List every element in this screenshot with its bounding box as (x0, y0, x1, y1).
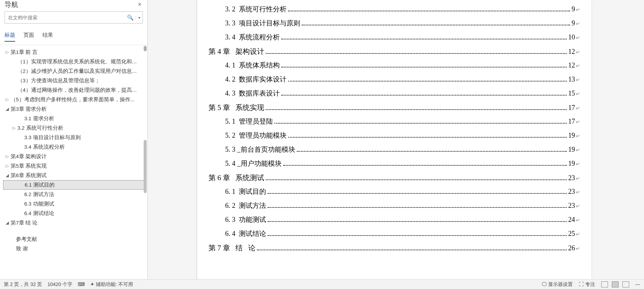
nav-scrollbar[interactable] (144, 45, 147, 279)
toc-number: 5. 2 (225, 132, 235, 140)
outline-item[interactable]: 6.4 测试结论 (3, 209, 146, 218)
view-web-layout-icon[interactable] (622, 281, 629, 287)
view-print-layout-icon[interactable] (612, 281, 619, 287)
toc-entry[interactable]: 6. 4 测试结论25↵ (208, 229, 580, 243)
toc-number: 5. 1 (225, 118, 235, 126)
toc-entry[interactable]: 第 4 章 架构设计12↵ (208, 47, 580, 61)
outline-item[interactable]: ◢第3章 需求分析 (3, 104, 146, 114)
outline-item[interactable]: 6.3 功能测试 (3, 199, 146, 209)
toc-entry[interactable]: 6. 3 功能测试24↵ (208, 215, 580, 229)
tree-twisty-icon[interactable]: ▷ (11, 126, 17, 130)
toc-page-number: 17 (568, 118, 575, 126)
outline-item-label: 第3章 需求分析 (11, 106, 47, 113)
toc-page-number: 19 (568, 146, 575, 154)
status-language-icon[interactable]: ⌨ (78, 281, 85, 287)
toc-entry[interactable]: 5. 4 _用户功能模块19↵ (208, 159, 580, 173)
tree-twisty-icon[interactable]: ◢ (5, 220, 10, 225)
toc-entry[interactable]: 3. 2 系统可行性分析9↵ (208, 5, 580, 19)
nav-search-box[interactable]: 🔍 ▾ (5, 11, 143, 24)
outline-item-label: 参考文献 (16, 236, 37, 243)
search-icon[interactable]: 🔍 (125, 14, 136, 20)
toc-number: 5. 3 (225, 146, 235, 154)
toc-entry[interactable]: 6. 1 测试目的23↵ (208, 187, 580, 201)
toc-entry[interactable]: 第 6 章 系统测试23↵ (208, 173, 580, 187)
status-display-settings[interactable]: 🖵 显示器设置 (542, 281, 573, 288)
toc-entry[interactable]: 第 5 章 系统实现17↵ (208, 103, 580, 117)
paragraph-mark-icon: ↵ (576, 35, 580, 41)
focus-icon: ⛶ (579, 281, 584, 287)
toc-entry[interactable]: 4. 3 数据库表设计15↵ (208, 89, 580, 103)
paragraph-mark-icon: ↵ (576, 147, 580, 153)
toc-number: 第 5 章 (208, 103, 230, 113)
outline-item-label: （4）通过网络操作，改善处理问题的效率，提高操... (17, 87, 140, 94)
toc-entry[interactable]: 4. 2 数据库实体设计13↵ (208, 75, 580, 89)
outline-item-label: 第5章 系统实现 (11, 163, 47, 170)
toc-entry[interactable]: 5. 3 _前台首页功能模块19↵ (208, 145, 580, 159)
status-page-count[interactable]: 第 2 页，共 32 页 (4, 281, 42, 288)
outline-item[interactable]: （1）实现管理系统信息关系的系统化、规范化和自... (3, 57, 146, 66)
status-focus-mode[interactable]: ⛶ 专注 (579, 281, 595, 288)
tree-twisty-icon[interactable]: ◢ (5, 107, 10, 112)
tree-twisty-icon[interactable]: ▷ (5, 154, 10, 159)
outline-item[interactable]: ▷3.2 系统可行性分析 (3, 123, 146, 133)
toc-number: 3. 2 (225, 5, 235, 13)
tree-twisty-icon[interactable]: ▷ (5, 163, 10, 168)
toc-number: 6. 3 (225, 216, 235, 224)
outline-item[interactable]: 3.3 项目设计目标与原则 (3, 133, 146, 142)
tree-twisty-icon[interactable]: ▷ (5, 97, 10, 102)
search-dropdown-icon[interactable]: ▾ (136, 16, 143, 20)
outline-item (3, 228, 146, 234)
outline-item[interactable]: （4）通过网络操作，改善处理问题的效率，提高操... (3, 85, 146, 95)
accessibility-icon: ✦ (90, 281, 94, 287)
toc-number: 3. 4 (225, 33, 235, 41)
toc-leader-dots (274, 123, 567, 124)
outline-item[interactable]: （2）减少维护人员的工作量以及实现用户对信息的... (3, 66, 146, 76)
toc-entry[interactable]: 5. 1 管理员登陆17↵ (208, 117, 580, 131)
tree-twisty-icon[interactable]: ◢ (5, 173, 10, 178)
toc-leader-dots (288, 137, 567, 138)
toc-leader-dots (266, 53, 567, 54)
toc-entry[interactable]: 5. 2 管理员功能模块19↵ (208, 131, 580, 145)
outline-item[interactable]: ▷第1章 前 言 (3, 47, 146, 57)
toc-entry[interactable]: 6. 2 测试方法23↵ (208, 201, 580, 215)
outline-item-label: （3）方便查询信息及管理信息等； (17, 77, 100, 84)
toc-title: 数据库表设计 (235, 89, 280, 98)
tab-headings[interactable]: 标题 (5, 32, 15, 42)
display-icon: 🖵 (542, 281, 547, 287)
outline-item[interactable]: （3）方便查询信息及管理信息等； (3, 76, 146, 85)
status-accessibility[interactable]: ✦ 辅助功能: 不可用 (90, 281, 133, 288)
outline-item[interactable]: 3.1 需求分析 (3, 114, 146, 123)
nav-close-button[interactable]: × (136, 1, 143, 8)
paragraph-mark-icon: ↵ (576, 246, 580, 251)
tab-results[interactable]: 结果 (42, 32, 53, 42)
outline-item[interactable]: 6.2 测试方法 (3, 190, 146, 199)
tree-twisty-icon[interactable]: ▷ (5, 50, 10, 55)
tab-pages[interactable]: 页面 (24, 32, 34, 42)
toc-title: 项目设计目标与原则 (235, 19, 300, 28)
zoom-out-button[interactable]: — (635, 281, 640, 287)
outline-item[interactable]: 3.4 系统流程分析 (3, 142, 146, 152)
toc-page-number: 23 (568, 202, 575, 210)
outline-item[interactable]: ▷（5）考虑到用户多样性特点，要求界面简单，操作... (3, 95, 146, 104)
view-read-mode-icon[interactable] (601, 281, 608, 287)
toc-entry[interactable]: 3. 4 系统流程分析10↵ (208, 33, 580, 47)
outline-item[interactable]: ▷第5章 系统实现 (3, 161, 146, 171)
toc-leader-dots (288, 81, 567, 82)
search-input[interactable] (5, 15, 125, 20)
toc-entry[interactable]: 3. 3 项目设计目标与原则9↵ (208, 19, 580, 33)
toc-entry[interactable]: 第 7 章 结 论26↵ (208, 243, 580, 257)
outline-item[interactable]: 致 谢 (3, 244, 146, 253)
outline-item[interactable]: 6.1 测试目的 (3, 180, 146, 190)
outline-item[interactable]: ▷第4章 架构设计 (3, 152, 146, 161)
paragraph-mark-icon: ↵ (576, 105, 580, 111)
outline-item[interactable]: ◢第6章 系统测试 (3, 171, 146, 180)
toc-entry[interactable]: 4. 1 系统体系结构12↵ (208, 61, 580, 75)
paragraph-mark-icon: ↵ (576, 7, 580, 13)
outline-item[interactable]: ◢第7章 结 论 (3, 218, 146, 228)
toc-page-number: 23 (568, 174, 575, 182)
status-word-count[interactable]: 10420 个字 (47, 281, 72, 288)
outline-item[interactable]: 参考文献 (3, 234, 146, 244)
toc-title: 系统实现 (230, 103, 264, 113)
outline-item-label: 第1章 前 言 (11, 49, 38, 56)
toc-leader-dots (302, 25, 570, 25)
